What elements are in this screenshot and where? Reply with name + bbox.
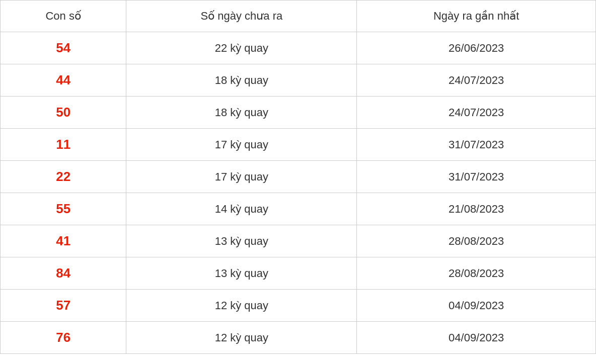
cell-ngay-ra: 24/07/2023 bbox=[357, 64, 596, 97]
cell-con-so: 22 bbox=[1, 161, 126, 193]
cell-ngay-ra: 04/09/2023 bbox=[357, 290, 596, 322]
cell-con-so: 76 bbox=[1, 322, 126, 354]
header-so-ngay: Số ngày chưa ra bbox=[126, 1, 357, 32]
cell-con-so: 11 bbox=[1, 129, 126, 161]
cell-so-ngay: 18 kỳ quay bbox=[126, 64, 357, 97]
table-row: 5422 kỳ quay26/06/2023 bbox=[1, 32, 596, 64]
cell-so-ngay: 17 kỳ quay bbox=[126, 161, 357, 193]
cell-con-so: 50 bbox=[1, 97, 126, 129]
table-row: 4113 kỳ quay28/08/2023 bbox=[1, 225, 596, 257]
table-row: 5018 kỳ quay24/07/2023 bbox=[1, 97, 596, 129]
cell-ngay-ra: 04/09/2023 bbox=[357, 322, 596, 354]
cell-con-so: 41 bbox=[1, 225, 126, 257]
table-row: 8413 kỳ quay28/08/2023 bbox=[1, 257, 596, 290]
cell-ngay-ra: 31/07/2023 bbox=[357, 129, 596, 161]
cell-so-ngay: 12 kỳ quay bbox=[126, 322, 357, 354]
table-row: 4418 kỳ quay24/07/2023 bbox=[1, 64, 596, 97]
cell-ngay-ra: 21/08/2023 bbox=[357, 193, 596, 225]
header-con-so: Con số bbox=[1, 1, 126, 32]
table-row: 5712 kỳ quay04/09/2023 bbox=[1, 290, 596, 322]
cell-so-ngay: 14 kỳ quay bbox=[126, 193, 357, 225]
table-row: 1117 kỳ quay31/07/2023 bbox=[1, 129, 596, 161]
cell-so-ngay: 12 kỳ quay bbox=[126, 290, 357, 322]
header-ngay-ra: Ngày ra gần nhất bbox=[357, 1, 596, 32]
cell-ngay-ra: 26/06/2023 bbox=[357, 32, 596, 64]
cell-ngay-ra: 31/07/2023 bbox=[357, 161, 596, 193]
cell-so-ngay: 17 kỳ quay bbox=[126, 129, 357, 161]
cell-ngay-ra: 28/08/2023 bbox=[357, 225, 596, 257]
table-row: 2217 kỳ quay31/07/2023 bbox=[1, 161, 596, 193]
cell-con-so: 54 bbox=[1, 32, 126, 64]
cell-so-ngay: 13 kỳ quay bbox=[126, 257, 357, 290]
table-header-row: Con số Số ngày chưa ra Ngày ra gần nhất bbox=[1, 1, 596, 32]
cell-con-so: 57 bbox=[1, 290, 126, 322]
cell-so-ngay: 13 kỳ quay bbox=[126, 225, 357, 257]
cell-so-ngay: 22 kỳ quay bbox=[126, 32, 357, 64]
cell-con-so: 55 bbox=[1, 193, 126, 225]
table-container: Con số Số ngày chưa ra Ngày ra gần nhất … bbox=[0, 0, 596, 354]
table-row: 5514 kỳ quay21/08/2023 bbox=[1, 193, 596, 225]
cell-ngay-ra: 24/07/2023 bbox=[357, 97, 596, 129]
cell-con-so: 44 bbox=[1, 64, 126, 97]
lottery-table: Con số Số ngày chưa ra Ngày ra gần nhất … bbox=[0, 0, 596, 354]
cell-ngay-ra: 28/08/2023 bbox=[357, 257, 596, 290]
table-row: 7612 kỳ quay04/09/2023 bbox=[1, 322, 596, 354]
cell-so-ngay: 18 kỳ quay bbox=[126, 97, 357, 129]
cell-con-so: 84 bbox=[1, 257, 126, 290]
